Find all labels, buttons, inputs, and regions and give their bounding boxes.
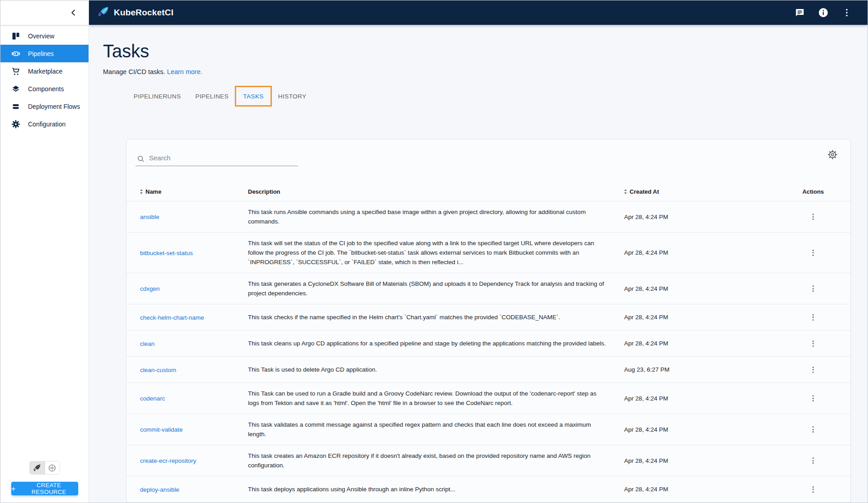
column-header-name[interactable]: Name: [126, 182, 248, 201]
task-description: This task cleans up Argo CD applications…: [248, 339, 624, 348]
task-description: This task will set the status of the CI …: [248, 238, 624, 267]
row-kebab-menu-icon[interactable]: [807, 392, 820, 405]
rocket-logo-icon: [98, 6, 109, 19]
tab-pipelineruns[interactable]: PIPELINERUNS: [126, 87, 188, 106]
sidebar-nav: Overview Pipelines: [0, 25, 89, 133]
sidebar-item-pipelines[interactable]: Pipelines: [0, 45, 89, 62]
info-icon[interactable]: [818, 7, 829, 18]
sidebar-header: [0, 0, 89, 25]
appbar-actions: [794, 7, 852, 18]
sidebar-item-label: Pipelines: [28, 50, 54, 57]
gear-icon: [11, 120, 20, 129]
sidebar-item-label: Marketplace: [28, 68, 62, 75]
row-kebab-menu-icon[interactable]: [807, 247, 820, 259]
task-name-link[interactable]: check-helm-chart-name: [140, 314, 204, 321]
task-name-link[interactable]: clean: [140, 340, 154, 347]
tab-pipelines[interactable]: PIPELINES: [188, 87, 236, 106]
table-row: bitbucket-set-status This task will set …: [126, 233, 850, 273]
appbar: KubeRocketCI: [89, 0, 868, 25]
sidebar-item-configuration[interactable]: Configuration: [0, 115, 89, 133]
tasks-table: Name Description Created At Actions ansi…: [126, 182, 850, 503]
row-kebab-menu-icon[interactable]: [807, 210, 820, 223]
task-name-link[interactable]: commit-validate: [140, 426, 183, 433]
row-kebab-menu-icon[interactable]: [807, 483, 820, 496]
app-window: KubeRocketCI: [0, 0, 868, 503]
tasks-table-card: Name Description Created At Actions ansi…: [126, 139, 851, 503]
table-settings-gear-icon[interactable]: [827, 149, 838, 161]
row-kebab-menu-icon[interactable]: [807, 282, 820, 295]
task-created-at: Aug 23, 6:27 PM: [624, 366, 785, 373]
pipelines-icon: [11, 49, 20, 58]
sort-icon: [140, 189, 143, 194]
tab-history[interactable]: HISTORY: [271, 87, 314, 106]
product-title: KubeRocketCI: [114, 8, 173, 18]
row-kebab-menu-icon[interactable]: [807, 454, 820, 467]
main-content: Tasks Manage CI/CD tasks. Learn more. PI…: [89, 25, 868, 503]
task-name-link[interactable]: create-ecr-repository: [140, 457, 196, 464]
task-created-at: Apr 28, 4:24 PM: [624, 395, 785, 402]
task-name-link[interactable]: clean-custom: [140, 367, 176, 373]
table-header-row: Name Description Created At Actions: [126, 182, 850, 201]
sidebar-item-label: Configuration: [28, 121, 65, 128]
table-row: check-helm-chart-name This task checks i…: [126, 304, 850, 331]
dashboard-icon: [11, 32, 20, 41]
sidebar-footer: + CREATE RESOURCE: [0, 461, 89, 503]
task-description: This task checks if the name specified i…: [248, 312, 624, 322]
feedback-chat-icon[interactable]: [794, 7, 805, 18]
sidebar-item-components[interactable]: Components: [0, 80, 89, 98]
row-kebab-menu-icon[interactable]: [807, 423, 820, 436]
flows-icon: [11, 102, 20, 111]
task-description: This task runs Ansible commands using a …: [248, 207, 624, 226]
search-input[interactable]: [135, 151, 298, 166]
appbar-kebab-menu-icon[interactable]: [841, 7, 852, 18]
task-name-link[interactable]: deploy-ansible: [140, 486, 179, 493]
table-row: clean-custom This Task is used to delete…: [126, 357, 850, 383]
table-row: create-ecr-repository This task creates …: [126, 445, 850, 476]
task-created-at: Apr 28, 4:24 PM: [624, 340, 785, 347]
task-created-at: Apr 28, 4:24 PM: [624, 457, 785, 464]
task-description: This Task can be used to run a Gradle bu…: [248, 389, 624, 408]
create-resource-label: CREATE RESOURCE: [20, 482, 78, 495]
sidebar-item-deployment-flows[interactable]: Deployment Flows: [0, 98, 89, 115]
task-description: This task creates an Amazon ECR reposito…: [248, 451, 624, 470]
sidebar-item-label: Components: [28, 85, 64, 93]
row-kebab-menu-icon[interactable]: [807, 363, 820, 376]
column-header-created-at[interactable]: Created At: [624, 182, 785, 201]
sidebar-item-label: Overview: [28, 33, 54, 40]
row-kebab-menu-icon[interactable]: [807, 311, 820, 324]
learn-more-link[interactable]: Learn more.: [167, 68, 202, 75]
row-kebab-menu-icon[interactable]: [807, 337, 820, 350]
task-name-link[interactable]: ansible: [140, 214, 159, 220]
shopping-cart-icon: [11, 67, 20, 76]
task-created-at: Apr 28, 4:24 PM: [624, 314, 785, 321]
sidebar: Overview Pipelines: [0, 0, 89, 503]
column-header-description: Description: [248, 182, 624, 201]
table-row: clean This task cleans up Argo CD applic…: [126, 331, 850, 357]
plus-icon: +: [11, 485, 16, 493]
task-description: This task validates a commit message aga…: [248, 420, 624, 439]
create-resource-button[interactable]: + CREATE RESOURCE: [11, 482, 78, 495]
kubernetes-view-toggle-button[interactable]: [45, 461, 60, 474]
subtitle-text: Manage CI/CD tasks.: [103, 68, 165, 75]
table-row: cdxgen This task generates a CycloneDX S…: [126, 273, 850, 304]
column-header-actions: Actions: [785, 182, 841, 201]
rocket-view-toggle-button[interactable]: [30, 461, 45, 474]
view-toggle-group: [29, 461, 60, 475]
task-name-link[interactable]: bitbucket-set-status: [140, 250, 193, 256]
task-created-at: Apr 28, 4:24 PM: [624, 285, 785, 292]
sidebar-item-label: Deployment Flows: [28, 103, 80, 110]
table-row: codenarc This Task can be used to run a …: [126, 383, 850, 414]
task-description: This task generates a CycloneDX Software…: [248, 279, 624, 298]
task-name-link[interactable]: codenarc: [140, 395, 165, 402]
table-row: deploy-ansible This task deploys applica…: [126, 476, 850, 503]
search-icon: [136, 154, 145, 165]
task-created-at: Apr 28, 4:24 PM: [624, 214, 785, 220]
sidebar-item-overview[interactable]: Overview: [0, 27, 89, 45]
sidebar-item-marketplace[interactable]: Marketplace: [0, 62, 89, 80]
layers-icon: [11, 84, 20, 93]
search-field: [135, 151, 298, 166]
tab-tasks[interactable]: TASKS: [236, 87, 271, 106]
task-created-at: Apr 28, 4:24 PM: [624, 486, 785, 493]
sidebar-collapse-button[interactable]: [69, 8, 79, 18]
task-name-link[interactable]: cdxgen: [140, 285, 160, 292]
